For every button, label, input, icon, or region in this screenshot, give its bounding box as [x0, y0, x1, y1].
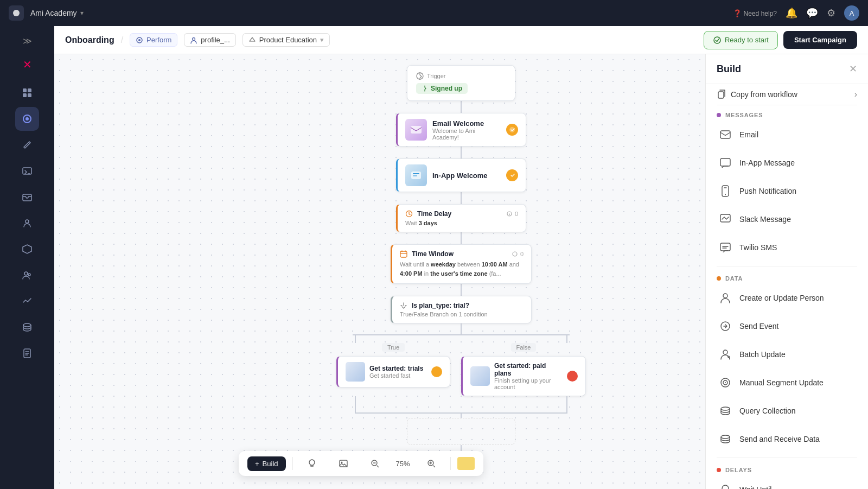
batch-update-icon	[717, 346, 734, 363]
email-welcome-node[interactable]: Email Welcome Welcome to Ami Academy!	[396, 113, 526, 147]
chat-icon[interactable]: 💬	[806, 7, 818, 19]
page-title: Onboarding	[65, 35, 114, 45]
slack-message-item[interactable]: Slack Message	[706, 205, 868, 233]
batch-update-item[interactable]: Batch Update	[706, 340, 868, 369]
accounts-icon[interactable]	[15, 263, 39, 287]
sub-nav: Onboarding / Perform profile_... Product…	[54, 26, 868, 54]
svg-rect-26	[400, 251, 407, 257]
svg-point-20	[509, 127, 515, 132]
sms-icon	[717, 239, 734, 256]
user-avatar[interactable]: A	[844, 5, 859, 21]
svg-point-27	[513, 252, 517, 256]
time-delay-node[interactable]: Time Delay 0 Wait 3 days	[396, 204, 526, 232]
svg-rect-33	[720, 131, 730, 138]
svg-point-0	[13, 10, 20, 16]
svg-point-44	[725, 382, 726, 383]
svg-rect-4	[28, 93, 31, 97]
svg-point-6	[25, 117, 29, 120]
copy-arrow-icon: ›	[854, 90, 857, 99]
panel-header: Build ✕	[706, 54, 868, 84]
false-node[interactable]: Get started: paid plans Finish setting u…	[461, 356, 586, 396]
top-nav-actions: ❓ Need help? 🔔 💬 ⚙ A	[733, 5, 859, 21]
svg-rect-3	[23, 93, 27, 97]
messages-section-header: MESSAGES	[706, 105, 868, 120]
trigger-node[interactable]: Trigger Signed up	[407, 65, 515, 101]
sidebar: ≫ ✕	[0, 26, 54, 489]
zoom-out-button[interactable]	[362, 455, 387, 472]
inapp-message-item[interactable]: In-App Message	[706, 149, 868, 177]
people-icon[interactable]	[15, 211, 39, 235]
product-chip[interactable]: Product Education ▾	[242, 33, 330, 47]
svg-point-15	[138, 39, 141, 41]
right-panel: Build ✕ Copy from workflow › MESSAGES Em…	[705, 54, 868, 489]
copy-from-workflow-row[interactable]: Copy from workflow ›	[706, 84, 868, 105]
settings-icon[interactable]: ⚙	[827, 7, 835, 19]
app-logo[interactable]	[9, 5, 24, 21]
reports-icon[interactable]	[15, 341, 39, 365]
svg-rect-7	[23, 168, 31, 174]
email-icon	[717, 126, 734, 143]
inapp-icon	[717, 154, 734, 172]
push-notification-item[interactable]: Push Notification	[706, 177, 868, 205]
svg-rect-22	[413, 173, 419, 174]
panel-title: Build	[717, 63, 741, 75]
query-collection-item[interactable]: Query Collection	[706, 397, 868, 425]
manual-segment-item[interactable]: Manual Segment Update	[706, 369, 868, 397]
svg-point-17	[714, 37, 720, 43]
svg-rect-1	[23, 88, 27, 92]
data-icon[interactable]	[15, 315, 39, 339]
wait-icon	[717, 481, 734, 489]
campaigns-icon[interactable]	[15, 107, 39, 131]
build-button[interactable]: + Build	[247, 456, 286, 471]
svg-point-12	[23, 323, 31, 327]
profile-chip[interactable]: profile_...	[184, 33, 235, 47]
query-icon	[717, 402, 734, 420]
send-event-icon	[717, 317, 734, 335]
slack-icon	[717, 211, 734, 228]
terminal-icon[interactable]	[15, 159, 39, 183]
person-icon	[717, 289, 734, 307]
svg-point-16	[193, 37, 195, 40]
zoom-in-button[interactable]	[419, 455, 444, 472]
events-icon[interactable]	[15, 289, 39, 313]
inbox-icon[interactable]	[15, 185, 39, 209]
email-item[interactable]: Email	[706, 120, 868, 149]
wait-until-item[interactable]: Wait Until...	[706, 475, 868, 489]
sidebar-toggle[interactable]: ≫	[0, 31, 54, 50]
data-section-header: DATA	[706, 271, 868, 284]
image-button[interactable]	[331, 455, 356, 472]
bell-icon[interactable]: 🔔	[786, 7, 797, 19]
send-event-item[interactable]: Send Event	[706, 312, 868, 340]
delays-section-header: DELAYS	[706, 462, 868, 475]
minimap-thumb[interactable]	[457, 457, 475, 470]
svg-rect-34	[720, 158, 730, 166]
ready-button[interactable]: Ready to start	[704, 31, 778, 49]
panel-close-button[interactable]: ✕	[849, 63, 857, 75]
lightbulb-button[interactable]	[299, 455, 324, 472]
start-campaign-button[interactable]: Start Campaign	[783, 31, 857, 49]
svg-point-29	[341, 462, 342, 463]
dashboard-icon[interactable]	[15, 81, 39, 105]
send-receive-icon	[717, 430, 734, 448]
svg-rect-32	[718, 92, 724, 98]
inapp-welcome-node[interactable]: In-App Welcome	[396, 158, 526, 192]
perform-chip[interactable]: Perform	[130, 33, 177, 47]
broadcast-icon[interactable]	[15, 133, 39, 157]
help-button[interactable]: ❓ Need help?	[733, 9, 777, 17]
svg-rect-19	[411, 126, 422, 134]
app-title: Ami Academy ▾	[30, 9, 84, 17]
title-chevron[interactable]: ▾	[80, 9, 84, 17]
send-receive-data-item[interactable]: Send and Receive Data	[706, 425, 868, 453]
time-window-node[interactable]: Time Window 0 Wait until a weekday betwe…	[391, 244, 532, 284]
create-update-person-item[interactable]: Create or Update Person	[706, 284, 868, 312]
push-icon	[717, 182, 734, 200]
true-node[interactable]: Get started: trials Get started fast	[336, 356, 450, 388]
svg-point-36	[725, 194, 726, 195]
close-icon[interactable]: ✕	[15, 53, 39, 77]
branch-node[interactable]: Is plan_type: trial? True/False Branch o…	[391, 296, 532, 323]
twilio-sms-item[interactable]: Twilio SMS	[706, 233, 868, 262]
canvas-toolbar: + Build 75%	[239, 451, 483, 476]
svg-rect-2	[28, 88, 31, 92]
svg-point-10	[24, 272, 28, 275]
segments-icon[interactable]	[15, 237, 39, 261]
